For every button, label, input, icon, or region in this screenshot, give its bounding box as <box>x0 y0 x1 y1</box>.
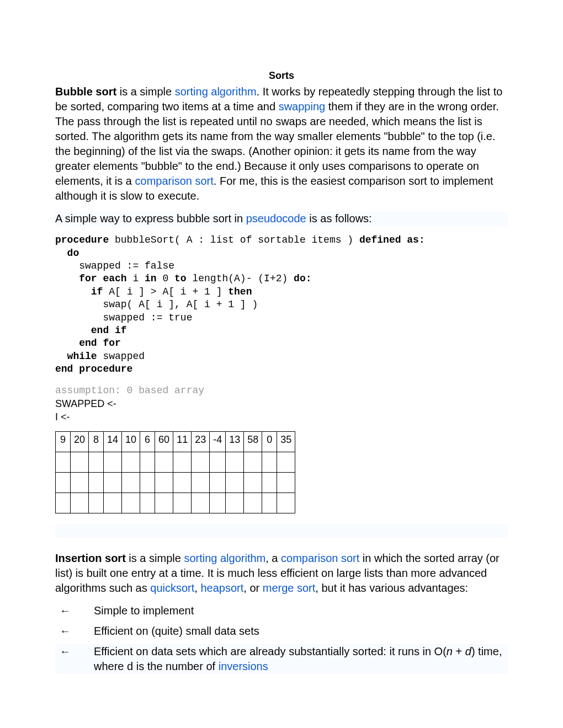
advantage-text: Efficient on data sets which are already… <box>94 645 447 657</box>
array-cell: -4 <box>210 432 226 452</box>
link-comparison-sort[interactable]: comparison sort <box>281 552 359 564</box>
code-text: A[ i ] > A[ i + 1 ] <box>103 286 228 297</box>
bubble-sort-strong: Bubble sort <box>55 85 116 98</box>
document-page: Sorts Bubble sort is a simple sorting al… <box>0 0 563 713</box>
kw-for-each: for each <box>55 273 127 284</box>
link-merge-sort[interactable]: merge sort <box>263 582 316 594</box>
array-cell: 6 <box>140 432 155 452</box>
arrow-icon: ← <box>55 644 94 659</box>
advantages-list: ←Simple to implement ←Efficient on (quit… <box>55 603 508 674</box>
array-cell: 20 <box>71 432 89 452</box>
code-text: swapped := true <box>55 312 192 323</box>
array-cell: 11 <box>173 432 192 452</box>
list-item: ←Simple to implement <box>55 603 508 618</box>
code-text: swap( A[ i ], A[ i + 1 ] ) <box>55 299 258 310</box>
link-heapsort[interactable]: heapsort <box>200 582 243 594</box>
bubble-sort-paragraph: Bubble sort is a simple sorting algorith… <box>55 84 508 204</box>
code-text: bubbleSort( A : list of sortable items ) <box>109 234 359 245</box>
array-table: 9 20 8 14 10 6 60 11 23 -4 13 58 0 35 <box>55 431 295 513</box>
arrow-icon: ← <box>55 603 94 618</box>
code-text: length(A)- (I+2) <box>187 273 294 284</box>
page-title: Sorts <box>55 69 508 82</box>
text: + <box>453 645 465 657</box>
arrow-icon: ← <box>55 624 94 639</box>
insertion-sort-strong: Insertion sort <box>55 552 126 564</box>
kw-do: do <box>55 248 79 259</box>
array-cell: 13 <box>226 432 244 452</box>
text: , or <box>243 582 262 594</box>
array-cell: 58 <box>244 432 262 452</box>
kw-if: if <box>55 286 103 297</box>
text: is a simple <box>116 85 175 98</box>
swapped-annotation: SWAPPED <- <box>55 397 508 410</box>
link-pseudocode[interactable]: pseudocode <box>246 212 306 224</box>
text: , <box>194 582 200 594</box>
var-d: d <box>465 645 471 657</box>
array-cell: 35 <box>277 432 295 452</box>
kw-end-if: end if <box>55 325 127 336</box>
pseudocode-block: procedure bubbleSort( A : list of sortab… <box>55 234 508 376</box>
text: , but it has various advantages: <box>315 582 468 594</box>
array-cell: 0 <box>262 432 277 452</box>
code-text: swapped <box>97 351 145 362</box>
link-comparison-sort[interactable]: comparison sort <box>135 175 214 187</box>
array-cell: 60 <box>155 432 173 452</box>
text: A simple way to express bubble sort in <box>55 212 246 224</box>
list-item: ←Efficient on data sets which are alread… <box>55 644 508 674</box>
kw-while: while <box>55 351 97 362</box>
pseudocode-intro: A simple way to express bubble sort in p… <box>55 211 508 226</box>
table-row <box>56 452 295 473</box>
array-cell: 23 <box>192 432 210 452</box>
array-cell: 8 <box>89 432 104 452</box>
link-sorting-algorithm[interactable]: sorting algorithm <box>184 552 265 564</box>
text: them if they are in the wrong order. The… <box>55 100 499 187</box>
text: , a <box>265 552 281 564</box>
table-row <box>56 493 295 513</box>
kw-to: to <box>174 273 187 284</box>
kw-procedure: procedure <box>55 234 109 245</box>
kw-in: in <box>145 273 157 284</box>
link-inversions[interactable]: inversions <box>219 660 268 672</box>
kw-defined-as: defined as: <box>359 234 425 245</box>
kw-end-procedure: end procedure <box>55 363 132 374</box>
kw-do-colon: do: <box>294 273 311 284</box>
list-item: ←Efficient on (quite) small data sets <box>55 624 508 639</box>
advantage-text: Efficient on (quite) small data sets <box>94 625 259 637</box>
code-text: swapped := false <box>55 260 174 271</box>
assumption-line: assumption: 0 based array <box>55 384 508 397</box>
array-cell: 9 <box>56 432 71 452</box>
insertion-sort-paragraph: Insertion sort is a simple sorting algor… <box>55 551 508 596</box>
table-row: 9 20 8 14 10 6 60 11 23 -4 13 58 0 35 <box>56 432 295 452</box>
var-n: n <box>447 645 453 657</box>
kw-then: then <box>228 286 252 297</box>
array-cell: 10 <box>122 432 140 452</box>
section-divider <box>55 524 508 538</box>
code-text: 0 <box>157 273 174 284</box>
advantage-text: Simple to implement <box>94 604 194 617</box>
i-annotation: I <- <box>55 410 508 424</box>
text: is a simple <box>126 552 184 564</box>
link-swapping[interactable]: swapping <box>279 100 326 113</box>
array-cell: 14 <box>104 432 122 452</box>
table-row <box>56 473 295 493</box>
code-text: i <box>127 273 145 284</box>
text: is as follows: <box>306 212 372 224</box>
link-sorting-algorithm[interactable]: sorting algorithm <box>175 85 257 98</box>
kw-end-for: end for <box>55 338 121 349</box>
link-quicksort[interactable]: quicksort <box>150 582 194 594</box>
